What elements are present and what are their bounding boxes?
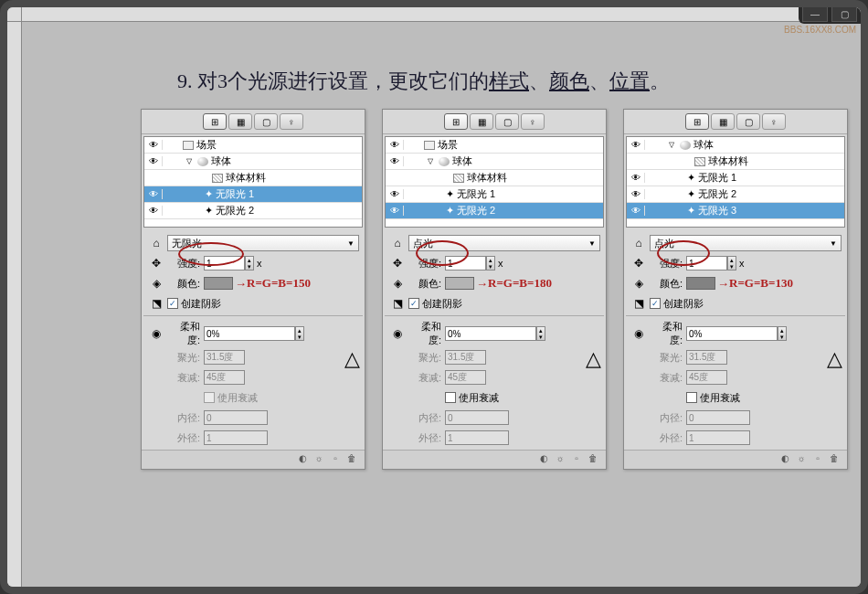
render-icon[interactable]: ◐ [778,453,792,466]
filter-tool-icon[interactable]: ⊞ [444,113,468,130]
delete-icon[interactable]: 🗑 [827,453,842,466]
color-swatch[interactable] [204,277,233,290]
shadow-icon[interactable]: ⬔ [628,294,650,313]
layer-material[interactable]: 球体材料 [627,154,844,170]
layer-scene[interactable]: 👁 场景 [144,137,362,154]
expand-icon[interactable]: ▽ [669,141,678,149]
expand-icon[interactable]: ▽ [186,157,196,165]
color-icon[interactable]: ◈ [145,274,167,292]
shadow-icon[interactable]: ⬔ [386,294,408,313]
visibility-icon[interactable]: 👁 [386,156,404,166]
minimize-button[interactable]: — [802,5,828,22]
visibility-icon[interactable]: 👁 [144,189,163,199]
material-tool-icon[interactable]: ▢ [736,113,760,130]
layer-light-1[interactable]: 👁 ✦ 无限光 1 [386,186,603,203]
color-swatch[interactable] [686,277,715,290]
visibility-icon[interactable]: 👁 [386,206,404,216]
intensity-input[interactable] [445,256,486,270]
render-icon[interactable]: ◐ [536,453,551,466]
shadow-checkbox[interactable] [408,298,419,309]
layer-light-2[interactable]: 👁 ✦ 无限光 2 [627,186,844,203]
light-type-select[interactable]: 无限光 ▼ [167,235,359,251]
light-footer-icon[interactable]: ☼ [794,453,809,466]
mesh-tool-icon[interactable]: ▦ [470,113,493,130]
visibility-icon[interactable]: 👁 [627,189,645,199]
layer-sphere[interactable]: 👁 ▽ 球体 [144,154,362,170]
softness-input[interactable] [204,326,295,341]
color-icon[interactable]: ◈ [628,274,650,292]
home-icon[interactable]: ⌂ [386,234,408,252]
material-tool-icon[interactable]: ▢ [254,113,278,130]
layer-light-2[interactable]: 👁 ✦ 无限光 2 [386,203,603,219]
light-footer-icon[interactable]: ☼ [312,453,326,466]
new-icon[interactable]: ▫ [328,453,343,466]
move-icon[interactable]: ✥ [145,254,167,272]
light-tool-icon[interactable]: ♀ [521,113,545,130]
softness-icon[interactable]: ◉ [628,324,650,343]
render-icon[interactable]: ◐ [295,453,310,466]
vertical-ruler[interactable] [7,22,22,587]
new-icon[interactable]: ▫ [810,453,825,466]
move-icon[interactable]: ✥ [386,254,408,272]
filter-tool-icon[interactable]: ⊞ [685,113,709,130]
layer-list[interactable]: 👁 ▽ 球体 球体材料 👁 ✦ 无限光 1 [626,136,845,228]
material-tool-icon[interactable]: ▢ [495,113,519,130]
visibility-icon[interactable]: 👁 [627,206,645,216]
visibility-icon[interactable]: 👁 [627,173,645,183]
layer-sphere[interactable]: 👁 ▽ 球体 [627,137,844,154]
light-tool-icon[interactable]: ♀ [280,113,303,130]
delete-icon[interactable]: 🗑 [344,453,359,466]
light-type-select[interactable]: 点光 ▼ [650,235,842,251]
stepper[interactable]: ▴▾ [486,256,495,270]
softness-icon[interactable]: ◉ [386,324,408,343]
light-tool-icon[interactable]: ♀ [762,113,786,130]
visibility-icon[interactable]: 👁 [144,140,163,150]
color-swatch[interactable] [445,277,474,290]
layer-list[interactable]: 👁 场景 👁 ▽ 球体 球体材料 👁 [143,136,363,228]
stepper[interactable]: ▴▾ [727,256,736,270]
mesh-tool-icon[interactable]: ▦ [711,113,735,130]
softness-input[interactable] [686,326,778,341]
visibility-icon[interactable]: 👁 [627,140,645,150]
visibility-icon[interactable]: 👁 [386,140,404,150]
stepper[interactable]: ▴▾ [295,326,304,341]
layer-light-1[interactable]: 👁 ✦ 无限光 1 [144,186,362,203]
home-icon[interactable]: ⌂ [145,234,167,252]
ruler-corner [7,7,22,22]
layer-light-2[interactable]: 👁 ✦ 无限光 2 [144,203,362,219]
softness-icon[interactable]: ◉ [145,324,167,343]
stepper[interactable]: ▴▾ [245,256,254,270]
layer-sphere[interactable]: 👁 ▽ 球体 [386,154,603,170]
home-icon[interactable]: ⌂ [628,234,650,252]
move-icon[interactable]: ✥ [628,254,650,272]
light-type-select[interactable]: 点光 ▼ [408,235,600,251]
delete-icon[interactable]: 🗑 [586,453,600,466]
mesh-tool-icon[interactable]: ▦ [228,113,252,130]
layer-material[interactable]: 球体材料 [144,170,362,186]
filter-tool-icon[interactable]: ⊞ [203,113,227,130]
visibility-icon[interactable]: 👁 [144,206,163,216]
expand-icon[interactable]: ▽ [428,157,437,165]
intensity-input[interactable] [204,256,245,270]
stepper[interactable]: ▴▾ [778,326,787,341]
horizontal-ruler[interactable] [22,7,861,22]
layer-material[interactable]: 球体材料 [386,170,603,186]
visibility-icon[interactable]: 👁 [386,189,404,199]
shadow-icon[interactable]: ⬔ [145,294,167,313]
color-icon[interactable]: ◈ [386,274,408,292]
light-footer-icon[interactable]: ☼ [553,453,567,466]
new-icon[interactable]: ▫ [569,453,584,466]
layer-list[interactable]: 👁 场景 👁 ▽ 球体 球体材料 👁 [385,136,604,228]
intensity-input[interactable] [686,256,727,270]
stepper[interactable]: ▴▾ [536,326,545,341]
softness-input[interactable] [445,326,536,341]
layer-light-1[interactable]: 👁 ✦ 无限光 1 [627,170,844,186]
layer-light-3[interactable]: 👁 ✦ 无限光 3 [627,203,844,219]
use-falloff-checkbox[interactable] [686,392,697,403]
layer-scene[interactable]: 👁 场景 [386,137,603,154]
use-falloff-checkbox[interactable] [445,392,456,403]
visibility-icon[interactable]: 👁 [144,156,163,166]
shadow-checkbox[interactable] [167,298,178,309]
maximize-button[interactable]: ▢ [831,5,857,22]
shadow-checkbox[interactable] [650,298,661,309]
